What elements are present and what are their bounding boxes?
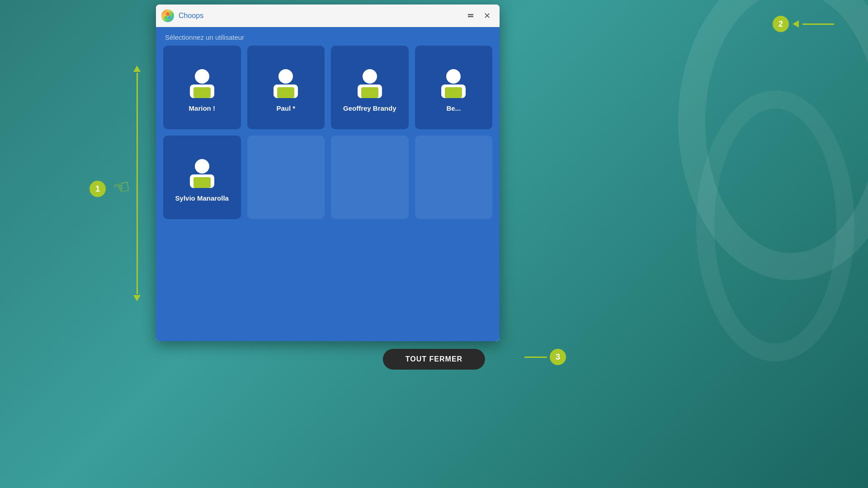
titlebar: Choops ✕ <box>156 5 500 27</box>
user-card-marion[interactable]: Marion ! <box>163 46 241 129</box>
svg-rect-20 <box>193 177 211 188</box>
user-avatar-sylvio <box>186 156 218 188</box>
hand-icon: ☜ <box>111 175 132 200</box>
arrow-line-h-2 <box>802 23 834 25</box>
arrow-head-up <box>133 66 141 72</box>
vertical-arrow <box>133 66 141 301</box>
user-avatar-paul <box>270 66 302 98</box>
arrow-head-down <box>133 295 141 301</box>
svg-rect-14 <box>361 87 378 98</box>
app-window: Choops ✕ Sélectionnez un utilisateur <box>156 5 500 341</box>
svg-point-1 <box>165 16 167 19</box>
user-card-geoffrey[interactable]: Geoffrey Brandy <box>331 46 409 129</box>
user-name-sylvio: Sylvio Manarolla <box>175 194 229 202</box>
close-button[interactable]: ✕ <box>480 9 494 23</box>
user-avatar-geoffrey <box>354 66 386 98</box>
close-all-button[interactable]: TOUT FERMER <box>383 349 485 370</box>
user-card-empty-1 <box>247 136 325 219</box>
content-area: Sélectionnez un utilisateur Marion ! <box>156 27 500 341</box>
user-card-empty-2 <box>331 136 409 219</box>
user-card-sylvio[interactable]: Sylvio Manarolla <box>163 136 241 219</box>
svg-point-18 <box>195 159 209 174</box>
svg-point-12 <box>363 69 377 84</box>
svg-rect-5 <box>468 14 473 17</box>
annotation-1: 1 <box>90 181 106 197</box>
svg-point-15 <box>446 69 461 84</box>
user-name-marion: Marion ! <box>189 104 215 112</box>
svg-point-6 <box>195 69 209 84</box>
select-user-label: Sélectionnez un utilisateur <box>156 27 500 46</box>
bg-decoration-2 <box>696 90 854 361</box>
arrow-line-vertical <box>137 73 138 294</box>
user-name-paul: Paul * <box>276 104 295 112</box>
annotation-circle-1: 1 <box>90 181 106 197</box>
users-grid: Marion ! Paul * Geoffrey Brandy <box>156 46 500 226</box>
svg-rect-8 <box>193 87 211 98</box>
annotation-circle-2: 2 <box>773 16 789 32</box>
annotation-2: 2 <box>773 16 834 32</box>
svg-point-9 <box>278 69 293 84</box>
app-title: Choops <box>179 12 462 20</box>
user-avatar-be <box>438 66 469 98</box>
svg-rect-11 <box>277 87 294 98</box>
svg-point-2 <box>168 16 171 19</box>
svg-rect-17 <box>445 87 462 98</box>
user-name-geoffrey: Geoffrey Brandy <box>343 104 396 112</box>
user-name-be: Be... <box>446 104 461 112</box>
annotation-circle-3: 3 <box>550 349 566 365</box>
arrow-line-h-3 <box>524 357 547 358</box>
user-card-paul[interactable]: Paul * <box>247 46 325 129</box>
user-card-empty-3 <box>415 136 493 219</box>
annotation-3: 3 <box>524 349 566 365</box>
user-card-be[interactable]: Be... <box>415 46 493 129</box>
svg-point-0 <box>166 12 170 16</box>
minimize-button[interactable] <box>463 9 478 23</box>
app-icon <box>161 9 174 22</box>
close-all-container: TOUT FERMER <box>383 349 485 370</box>
arrow-head-left <box>793 20 799 28</box>
user-avatar-marion <box>186 66 218 98</box>
